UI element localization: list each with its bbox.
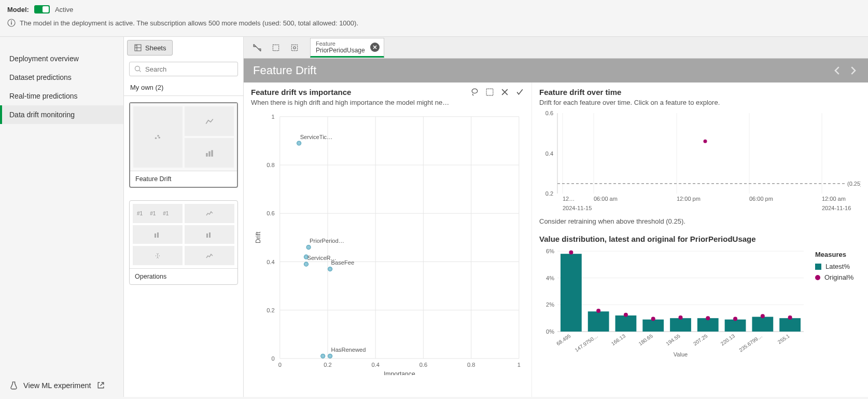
feature-tab-label: Feature bbox=[316, 40, 365, 47]
svg-text:0.6: 0.6 bbox=[545, 111, 553, 116]
thumb-bar-icon bbox=[185, 138, 234, 168]
svg-point-5 bbox=[155, 137, 156, 139]
step-selection-icon[interactable] bbox=[268, 39, 284, 56]
svg-rect-109 bbox=[779, 318, 801, 332]
svg-text:1: 1 bbox=[517, 362, 521, 368]
bar-chart[interactable]: 0%2%4%6%68.495147.9750…166.13180.65194.5… bbox=[539, 249, 809, 363]
ops-thumb: #1 #1 #1 bbox=[130, 201, 237, 268]
svg-rect-14 bbox=[209, 232, 211, 238]
svg-text:68.495: 68.495 bbox=[555, 333, 572, 347]
nav-deployment-overview[interactable]: Deployment overview bbox=[0, 49, 123, 68]
ops-icon bbox=[185, 246, 234, 265]
ops-badge: #1 bbox=[160, 210, 171, 217]
close-icon[interactable] bbox=[370, 43, 380, 52]
right-panels: Feature drift over time Drift for each f… bbox=[532, 82, 868, 397]
svg-text:235.6799…: 235.6799… bbox=[738, 333, 763, 353]
svg-text:0: 0 bbox=[271, 355, 274, 362]
svg-rect-10 bbox=[211, 150, 213, 156]
left-nav: Deployment overview Dataset predictions … bbox=[0, 37, 123, 397]
sheet-card-feature-drift[interactable]: Feature Drift bbox=[129, 102, 238, 188]
circle-icon bbox=[815, 275, 820, 280]
nav-data-drift[interactable]: Data drift monitoring bbox=[0, 105, 123, 124]
svg-text:PriorPeriod…: PriorPeriod… bbox=[310, 238, 344, 244]
lasso-icon[interactable] bbox=[470, 88, 479, 97]
confirm-icon[interactable] bbox=[515, 88, 524, 97]
svg-text:0.8: 0.8 bbox=[467, 362, 475, 368]
model-label: Model: bbox=[7, 6, 29, 13]
scatter-sub: When there is high drift and high import… bbox=[251, 99, 524, 106]
marquee-icon[interactable] bbox=[485, 88, 494, 97]
sheet-card-operations[interactable]: #1 #1 #1 Operations bbox=[129, 200, 238, 285]
time-chart[interactable]: 0.20.40.612…06:00 am12:00 pm06:00 pm12:0… bbox=[539, 111, 861, 214]
search-input[interactable] bbox=[145, 65, 233, 73]
legend-original: Original% bbox=[815, 273, 853, 281]
view-ml-experiment[interactable]: View ML experiment bbox=[0, 374, 123, 397]
svg-point-92 bbox=[624, 313, 628, 317]
top-bar: Model: Active The model in the deploymen… bbox=[0, 0, 868, 36]
scatter-title-row: Feature drift vs importance bbox=[251, 88, 524, 97]
svg-text:(0.25): (0.25) bbox=[847, 181, 861, 187]
svg-text:06:00 am: 06:00 am bbox=[594, 196, 618, 202]
smart-selection-icon[interactable] bbox=[286, 39, 303, 56]
svg-text:0.2: 0.2 bbox=[324, 362, 331, 368]
chevron-left-icon[interactable] bbox=[832, 65, 843, 76]
sheets-header: Sheets bbox=[124, 37, 243, 59]
svg-rect-85 bbox=[561, 254, 582, 332]
ops-icon bbox=[185, 225, 234, 244]
svg-text:0.4: 0.4 bbox=[267, 259, 274, 265]
bar-title: Value distribution, latest and original … bbox=[539, 235, 861, 243]
svg-text:220.13: 220.13 bbox=[720, 333, 736, 347]
sheets-icon bbox=[134, 44, 142, 52]
svg-point-6 bbox=[157, 135, 159, 136]
ops-icon bbox=[133, 225, 183, 244]
svg-text:0.8: 0.8 bbox=[267, 162, 274, 168]
svg-text:0: 0 bbox=[278, 362, 282, 368]
ops-icon bbox=[185, 204, 234, 223]
svg-text:0.2: 0.2 bbox=[545, 190, 553, 197]
svg-rect-11 bbox=[155, 233, 156, 238]
svg-text:Importance: Importance bbox=[384, 370, 415, 375]
thumb-scatter-icon bbox=[133, 106, 183, 168]
scatter-title: Feature drift vs importance bbox=[251, 88, 470, 97]
nav-realtime-predictions[interactable]: Real-time predictions bbox=[0, 87, 123, 105]
svg-rect-8 bbox=[206, 153, 207, 157]
svg-rect-91 bbox=[615, 315, 637, 332]
svg-text:4%: 4% bbox=[546, 275, 554, 281]
svg-point-107 bbox=[761, 314, 765, 318]
sheets-button[interactable]: Sheets bbox=[127, 40, 173, 56]
nav-dataset-predictions[interactable]: Dataset predictions bbox=[0, 68, 123, 87]
time-sub: Drift for each feature over time. Click … bbox=[539, 99, 861, 106]
active-text: Active bbox=[55, 6, 73, 13]
svg-text:0.4: 0.4 bbox=[545, 150, 553, 157]
svg-point-56 bbox=[321, 354, 325, 358]
svg-text:12:00 am: 12:00 am bbox=[822, 196, 846, 202]
svg-point-110 bbox=[788, 315, 792, 320]
scatter-tool-icons bbox=[470, 88, 524, 97]
feature-filter-tab[interactable]: Feature PriorPeriodUsage bbox=[310, 38, 384, 58]
bar-chart-wrap: 0%2%4%6%68.495147.9750…166.13180.65194.5… bbox=[539, 249, 861, 363]
svg-point-7 bbox=[158, 136, 160, 138]
info-text: The model in the deployment is active. T… bbox=[20, 19, 358, 27]
svg-text:1: 1 bbox=[271, 114, 274, 120]
scatter-panel: Feature drift vs importance When there i… bbox=[244, 82, 532, 397]
svg-text:12:00 pm: 12:00 pm bbox=[677, 196, 701, 202]
chevron-right-icon[interactable] bbox=[847, 65, 859, 76]
svg-text:2%: 2% bbox=[546, 301, 554, 308]
search-box[interactable] bbox=[129, 62, 238, 76]
back-selection-icon[interactable] bbox=[249, 39, 265, 56]
svg-text:207.25: 207.25 bbox=[692, 333, 709, 347]
cancel-icon[interactable] bbox=[500, 88, 509, 97]
info-row: The model in the deployment is active. T… bbox=[7, 19, 861, 33]
model-active-toggle[interactable] bbox=[34, 5, 50, 13]
svg-rect-15 bbox=[273, 45, 278, 50]
ops-badge: #1 bbox=[147, 210, 158, 217]
svg-text:166.13: 166.13 bbox=[610, 333, 627, 347]
scatter-chart[interactable]: 000.20.20.40.40.60.60.80.811DriftImporta… bbox=[251, 111, 524, 375]
svg-text:0.6: 0.6 bbox=[419, 362, 427, 368]
ops-icon bbox=[133, 246, 183, 265]
svg-point-47 bbox=[306, 245, 311, 249]
feature-tab-value: PriorPeriodUsage bbox=[316, 47, 365, 54]
svg-rect-9 bbox=[208, 151, 210, 156]
body-row: Deployment overview Dataset predictions … bbox=[0, 36, 868, 397]
svg-point-86 bbox=[569, 251, 573, 255]
